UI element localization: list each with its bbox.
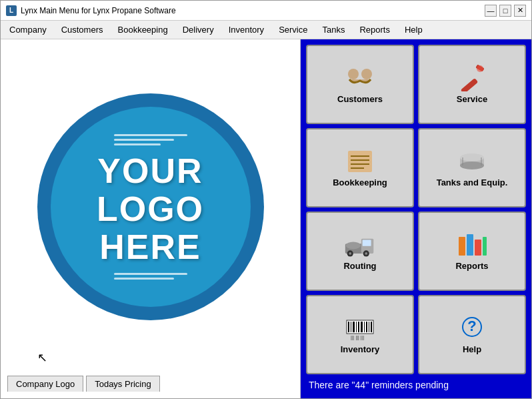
app-icon: L	[6, 5, 17, 16]
logo-circle-inner: YOUR LOGO HERE	[51, 107, 251, 307]
logo-line-here: HERE	[97, 228, 204, 266]
service-icon	[456, 65, 488, 91]
menu-bookkeeping[interactable]: Bookkeeping	[111, 21, 175, 38]
grid-container: Customers Service	[306, 45, 526, 374]
customers-label: Customers	[337, 94, 383, 104]
company-logo-tab[interactable]: Company Logo	[7, 376, 83, 392]
help-icon: ?	[456, 315, 488, 342]
svg-rect-33	[358, 322, 359, 332]
logo-circle-outer: YOUR LOGO HERE	[37, 93, 264, 320]
menu-delivery[interactable]: Delivery	[175, 21, 221, 38]
grid-btn-tanks[interactable]: Tanks and Equip.	[418, 128, 526, 208]
svg-rect-36	[366, 322, 367, 332]
grid-btn-customers[interactable]: Customers	[306, 45, 414, 124]
logo-text: YOUR LOGO HERE	[97, 152, 204, 267]
service-label: Service	[457, 94, 487, 104]
svg-point-13	[460, 161, 484, 169]
window-title: Lynx Main Menu for Lynx Propane Software	[21, 6, 481, 15]
grid-btn-service[interactable]: Service	[418, 45, 526, 124]
svg-rect-27	[483, 237, 487, 256]
close-button[interactable]: ✕	[514, 5, 526, 17]
logo-line-logo: LOGO	[97, 190, 204, 228]
svg-text:?: ?	[467, 318, 476, 334]
reports-label: Reports	[455, 261, 488, 271]
title-bar: L Lynx Main Menu for Lynx Propane Softwa…	[1, 1, 531, 21]
svg-rect-37	[369, 322, 369, 332]
logo-lines-bottom	[114, 273, 187, 280]
svg-rect-31	[353, 322, 355, 332]
tanks-label: Tanks and Equip.	[437, 177, 508, 187]
routing-label: Routing	[343, 261, 376, 271]
todays-pricing-tab[interactable]: Todays Pricing	[86, 376, 160, 392]
tanks-icon	[456, 148, 488, 175]
svg-rect-29	[348, 322, 349, 332]
svg-point-4	[477, 65, 483, 72]
reports-icon	[456, 232, 488, 258]
reminder-text: There are "44" reminders pending	[306, 374, 526, 393]
svg-rect-24	[459, 237, 465, 256]
svg-point-1	[361, 69, 372, 79]
main-window: L Lynx Main Menu for Lynx Propane Softwa…	[0, 0, 532, 399]
menu-service[interactable]: Service	[271, 21, 315, 38]
svg-rect-38	[371, 322, 372, 332]
menu-inventory[interactable]: Inventory	[221, 21, 271, 38]
help-label: Help	[463, 344, 481, 354]
svg-rect-25	[467, 234, 473, 256]
menu-help[interactable]: Help	[397, 21, 430, 38]
logo-line-1	[114, 134, 187, 136]
menu-tanks[interactable]: Tanks	[315, 21, 352, 38]
svg-point-12	[460, 153, 484, 161]
svg-rect-26	[475, 240, 481, 256]
inventory-label: Inventory	[341, 344, 380, 354]
grid-btn-routing[interactable]: Routing	[306, 212, 414, 291]
window-controls: — □ ✕	[485, 5, 526, 17]
menu-company[interactable]: Company	[2, 21, 54, 38]
logo-line-3	[114, 143, 161, 145]
svg-point-23	[346, 242, 361, 249]
svg-point-22	[365, 252, 367, 255]
svg-point-0	[348, 69, 359, 79]
routing-icon	[344, 232, 376, 258]
svg-rect-3	[461, 78, 479, 91]
minimize-button[interactable]: —	[485, 5, 497, 17]
svg-point-20	[349, 252, 351, 255]
bookkeeping-label: Bookkeeping	[333, 177, 387, 187]
menu-reports[interactable]: Reports	[352, 21, 397, 38]
left-panel: YOUR LOGO HERE ↖ Company Logo T	[1, 39, 301, 398]
logo-bline-1	[114, 273, 187, 275]
logo-lines-top	[114, 134, 187, 145]
grid-btn-help[interactable]: ? Help	[418, 295, 526, 374]
svg-rect-35	[364, 322, 365, 332]
svg-rect-30	[351, 322, 351, 332]
grid-btn-reports[interactable]: Reports	[418, 212, 526, 291]
svg-rect-34	[361, 322, 363, 332]
main-content: YOUR LOGO HERE ↖ Company Logo T	[1, 39, 531, 398]
logo-area: YOUR LOGO HERE	[7, 46, 293, 368]
svg-text:||| ||| |||: ||| ||| |||	[351, 335, 364, 340]
maximize-button[interactable]: □	[499, 5, 511, 17]
menu-customers[interactable]: Customers	[54, 21, 111, 38]
logo-line-your: YOUR	[97, 152, 204, 190]
customers-icon	[344, 65, 376, 91]
right-panel: Customers Service	[301, 39, 531, 398]
menu-bar: Company Customers Bookkeeping Delivery I…	[1, 21, 531, 39]
svg-rect-32	[356, 322, 357, 332]
grid-btn-bookkeeping[interactable]: Bookkeeping	[306, 128, 414, 208]
bookkeeping-icon	[344, 148, 376, 175]
svg-rect-5	[348, 151, 372, 172]
grid-btn-inventory[interactable]: ||| ||| ||| Inventory	[306, 295, 414, 374]
bottom-tabs: Company Logo Todays Pricing	[7, 368, 293, 392]
logo-bline-2	[114, 278, 174, 280]
svg-rect-18	[363, 240, 371, 246]
inventory-icon: ||| ||| |||	[344, 315, 376, 342]
logo-line-2	[114, 139, 174, 141]
